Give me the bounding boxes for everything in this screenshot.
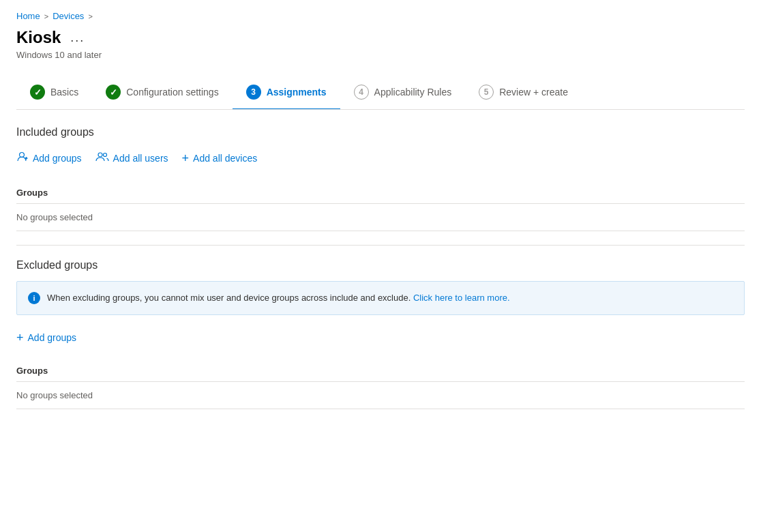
included-groups-section: Included groups Add groups xyxy=(16,126,745,231)
page-title-row: Kiosk ... xyxy=(16,28,745,47)
info-message: When excluding groups, you cannot mix us… xyxy=(47,293,411,303)
step-basics[interactable]: ✓ Basics xyxy=(16,76,92,109)
breadcrumb: Home > Devices > xyxy=(16,11,745,21)
step-applicability-label: Applicability Rules xyxy=(374,87,452,98)
step-applicability[interactable]: 4 Applicability Rules xyxy=(340,76,466,109)
excluded-section-title: Excluded groups xyxy=(16,259,745,271)
step-review-label: Review + create xyxy=(499,87,568,98)
info-text: When excluding groups, you cannot mix us… xyxy=(47,291,510,305)
step-config-check: ✓ xyxy=(110,87,117,98)
add-groups-excluded-icon: + xyxy=(16,331,24,344)
svg-point-4 xyxy=(103,153,106,157)
breadcrumb-home[interactable]: Home xyxy=(16,11,40,21)
add-all-users-label: Add all users xyxy=(113,153,168,164)
step-basics-label: Basics xyxy=(50,87,78,98)
step-review-number: 5 xyxy=(484,87,489,97)
included-section-title: Included groups xyxy=(16,126,745,138)
more-options-button[interactable]: ... xyxy=(68,29,87,46)
step-review-circle: 5 xyxy=(479,85,494,100)
step-basics-check: ✓ xyxy=(34,87,42,98)
step-applicability-circle: 4 xyxy=(354,85,369,100)
excluded-groups-table: Groups No groups selected xyxy=(16,360,745,409)
included-empty-cell: No groups selected xyxy=(16,204,745,231)
excluded-groups-section: Excluded groups i When excluding groups,… xyxy=(16,259,745,409)
step-assignments-label: Assignments xyxy=(267,87,327,98)
step-config-label: Configuration settings xyxy=(126,87,218,98)
included-empty-row: No groups selected xyxy=(16,204,745,231)
add-groups-included-button[interactable]: Add groups xyxy=(16,148,82,168)
step-review[interactable]: 5 Review + create xyxy=(465,76,582,109)
add-groups-excluded-label: Add groups xyxy=(28,332,77,343)
step-applicability-number: 4 xyxy=(359,87,363,97)
included-groups-table: Groups No groups selected xyxy=(16,182,745,231)
breadcrumb-sep-2: > xyxy=(88,12,92,20)
add-groups-excluded-button[interactable]: + Add groups xyxy=(16,329,76,346)
breadcrumb-devices[interactable]: Devices xyxy=(53,11,84,21)
info-icon: i xyxy=(28,292,40,304)
info-learn-more-link[interactable]: Click here to learn more. xyxy=(413,293,510,303)
excluded-groups-column-header: Groups xyxy=(16,360,745,382)
add-groups-included-label: Add groups xyxy=(33,153,82,164)
add-groups-person-icon xyxy=(16,151,29,166)
excluded-empty-cell: No groups selected xyxy=(16,381,745,409)
step-config[interactable]: ✓ Configuration settings xyxy=(92,76,232,109)
step-basics-circle: ✓ xyxy=(30,85,45,100)
add-all-devices-icon: + xyxy=(182,152,190,164)
page-subtitle: Windows 10 and later xyxy=(16,50,745,60)
included-groups-column-header: Groups xyxy=(16,182,745,204)
step-config-circle: ✓ xyxy=(106,85,121,100)
step-assignments[interactable]: 3 Assignments xyxy=(233,76,340,109)
add-all-devices-label: Add all devices xyxy=(193,153,257,164)
page-title: Kiosk xyxy=(16,28,61,47)
excluded-info-box: i When excluding groups, you cannot mix … xyxy=(16,281,745,315)
svg-point-3 xyxy=(98,153,102,157)
breadcrumb-sep-1: > xyxy=(44,12,48,20)
wizard-steps: ✓ Basics ✓ Configuration settings 3 Assi… xyxy=(16,76,745,110)
section-divider xyxy=(16,245,745,246)
add-all-devices-button[interactable]: + Add all devices xyxy=(182,149,258,167)
step-assignments-number: 3 xyxy=(251,87,256,97)
add-all-users-button[interactable]: Add all users xyxy=(95,149,168,168)
included-action-row: Add groups Add all users + Add all devic… xyxy=(16,148,745,168)
excluded-action-row: + Add groups xyxy=(16,329,745,346)
add-all-users-icon xyxy=(95,151,109,165)
step-assignments-circle: 3 xyxy=(246,85,261,100)
excluded-empty-row: No groups selected xyxy=(16,381,745,409)
